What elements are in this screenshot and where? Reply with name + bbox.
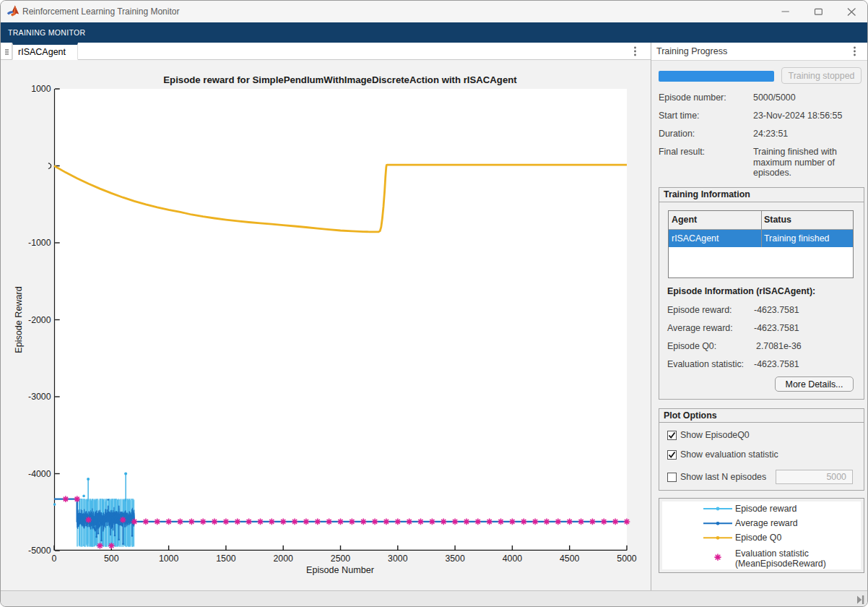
svg-text:1500: 1500 <box>216 554 236 564</box>
svg-text:0: 0 <box>52 554 57 564</box>
svg-text:Episode Number: Episode Number <box>306 565 374 575</box>
svg-text:3500: 3500 <box>445 554 465 564</box>
svg-text:Average reward: Average reward <box>735 518 798 528</box>
svg-text:-3000: -3000 <box>28 392 51 402</box>
svg-text:-2000: -2000 <box>28 315 51 325</box>
svg-text:(MeanEpisodeReward): (MeanEpisodeReward) <box>735 559 826 569</box>
svg-text:Episode reward: Episode reward <box>735 504 797 514</box>
svg-text:-4000: -4000 <box>28 469 51 479</box>
svg-text:2500: 2500 <box>331 554 351 564</box>
svg-text:Episode Q0: Episode Q0 <box>735 533 781 543</box>
svg-text:3000: 3000 <box>388 554 408 564</box>
svg-text:2000: 2000 <box>274 554 294 564</box>
svg-text:Episode reward for SimplePendl: Episode reward for SimplePendlumWithImag… <box>163 74 517 85</box>
svg-text:4000: 4000 <box>503 554 523 564</box>
svg-text:4500: 4500 <box>560 554 580 564</box>
svg-text:5000: 5000 <box>617 554 637 564</box>
svg-text:-5000: -5000 <box>28 546 51 556</box>
svg-text:1000: 1000 <box>159 554 179 564</box>
svg-text:500: 500 <box>104 554 119 564</box>
svg-text:Episode Reward: Episode Reward <box>14 286 24 353</box>
svg-text:1000: 1000 <box>31 84 51 94</box>
svg-text:Evaluation statistic: Evaluation statistic <box>735 548 809 559</box>
svg-text:-1000: -1000 <box>28 238 51 248</box>
